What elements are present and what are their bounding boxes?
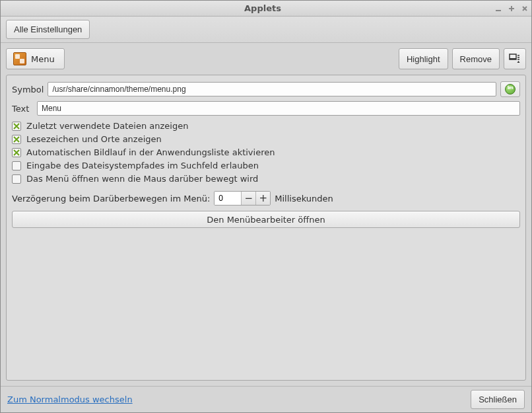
delay-input[interactable] bbox=[215, 192, 241, 205]
delay-increment-button[interactable]: + bbox=[255, 192, 270, 205]
close-button[interactable]: Schließen bbox=[471, 390, 525, 409]
delay-label: Verzögerung beim Darüberbewegen im Menü: bbox=[12, 194, 210, 204]
settings-panel: Symbol Text Zuletzt verwendete Dateien a… bbox=[6, 75, 526, 381]
remove-button[interactable]: Remove bbox=[452, 48, 500, 69]
open-menu-editor-button[interactable]: Den Menübearbeiter öffnen bbox=[12, 211, 520, 228]
symbol-chooser-button[interactable] bbox=[500, 81, 520, 97]
normal-mode-link[interactable]: Zum Normalmodus wechseln bbox=[7, 394, 133, 404]
mint-logo-icon bbox=[505, 84, 515, 94]
delay-spinner: − + bbox=[214, 191, 271, 206]
checkbox[interactable] bbox=[12, 161, 21, 170]
checkbox[interactable] bbox=[12, 135, 21, 144]
toolbar: Menu Highlight Remove bbox=[6, 48, 526, 69]
checkbox-row: Zuletzt verwendete Dateien anzeigen bbox=[12, 121, 520, 131]
svg-rect-5 bbox=[517, 59, 519, 60]
symbol-row: Symbol bbox=[12, 81, 520, 97]
all-settings-button[interactable]: Alle Einstellungen bbox=[6, 20, 90, 39]
checkbox-row: Lesezeichen und Orte anzeigen bbox=[12, 134, 520, 144]
text-row: Text bbox=[12, 101, 520, 116]
checkbox[interactable] bbox=[12, 148, 21, 157]
close-icon[interactable] bbox=[518, 2, 531, 15]
text-input[interactable] bbox=[37, 101, 520, 116]
checkbox-label: Zuletzt verwendete Dateien anzeigen bbox=[26, 121, 188, 131]
content: Menu Highlight Remove Symbol bbox=[1, 43, 531, 386]
checkbox-row: Eingabe des Dateisystempfades im Suchfel… bbox=[12, 161, 520, 170]
symbol-input[interactable] bbox=[48, 82, 496, 96]
svg-rect-3 bbox=[517, 55, 519, 56]
delay-row: Verzögerung beim Darüberbewegen im Menü:… bbox=[12, 191, 520, 206]
checkbox[interactable] bbox=[12, 174, 21, 184]
svg-rect-2 bbox=[510, 58, 516, 59]
minimize-icon[interactable] bbox=[492, 2, 505, 15]
text-label: Text bbox=[12, 104, 33, 114]
checkbox-label: Automatischen Bildlauf in der Anwendungs… bbox=[26, 147, 275, 157]
window: Applets Alle Einstellungen Menu Highligh… bbox=[0, 0, 532, 413]
delay-decrement-button[interactable]: − bbox=[241, 192, 255, 205]
panel-placement-button[interactable] bbox=[504, 48, 526, 69]
checkbox-label: Das Menü öffnen wenn die Maus darüber be… bbox=[26, 174, 258, 184]
panel-icon bbox=[509, 53, 521, 65]
checkbox[interactable] bbox=[12, 122, 21, 131]
maximize-icon[interactable] bbox=[505, 2, 518, 15]
checkbox-row: Das Menü öffnen wenn die Maus darüber be… bbox=[12, 174, 520, 184]
checkbox-label: Lesezeichen und Orte anzeigen bbox=[26, 134, 162, 144]
menu-applet-label: Menu bbox=[31, 54, 55, 64]
footer: Zum Normalmodus wechseln Schließen bbox=[1, 386, 531, 412]
window-title: Applets bbox=[34, 3, 492, 13]
titlebar: Applets bbox=[1, 1, 531, 17]
symbol-label: Symbol bbox=[12, 85, 44, 94]
menu-icon bbox=[13, 52, 26, 65]
menu-applet-button[interactable]: Menu bbox=[6, 48, 65, 69]
svg-rect-0 bbox=[496, 10, 501, 11]
highlight-button[interactable]: Highlight bbox=[399, 48, 448, 69]
checkbox-label: Eingabe des Dateisystempfades im Suchfel… bbox=[26, 161, 259, 170]
checkbox-row: Automatischen Bildlauf in der Anwendungs… bbox=[12, 147, 520, 157]
topbar: Alle Einstellungen bbox=[1, 17, 531, 43]
delay-unit: Millisekunden bbox=[275, 194, 333, 204]
svg-rect-4 bbox=[517, 57, 519, 58]
